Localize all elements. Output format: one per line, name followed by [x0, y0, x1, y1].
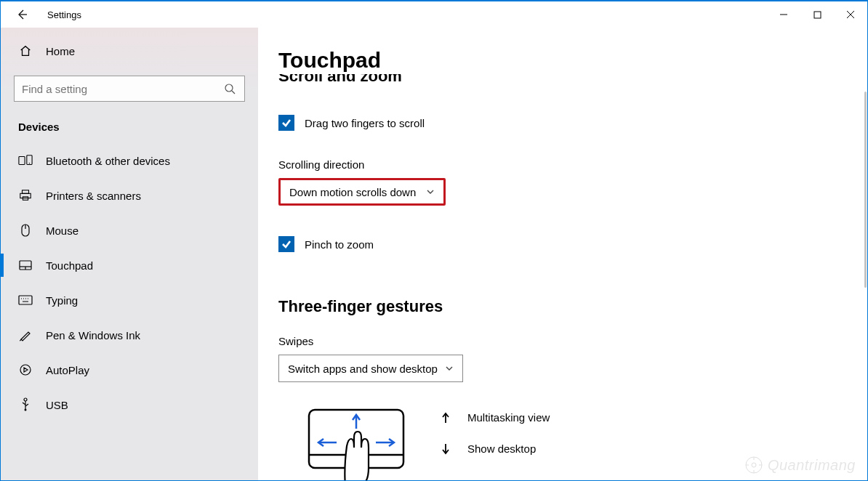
bluetooth-devices-icon: [18, 153, 33, 168]
sidebar-item-mouse[interactable]: Mouse: [1, 213, 258, 248]
scrolling-direction-label: Scrolling direction: [278, 158, 867, 171]
legend-label: Show desktop: [467, 442, 536, 455]
svg-rect-15: [19, 296, 32, 304]
legend-down: Show desktop: [440, 442, 550, 455]
dropdown-value: Switch apps and show desktop: [288, 363, 438, 375]
checkbox-icon: [278, 236, 294, 252]
sidebar-item-pen[interactable]: Pen & Windows Ink: [1, 318, 258, 352]
titlebar: Settings: [1, 1, 867, 28]
gesture-legend: Multitasking view Show desktop: [440, 403, 550, 455]
autoplay-icon: [18, 363, 33, 377]
sidebar-item-label: Bluetooth & other devices: [46, 155, 170, 167]
sidebar-item-usb[interactable]: USB: [1, 387, 258, 422]
legend-label: Multitasking view: [467, 411, 550, 424]
pen-icon: [18, 328, 33, 342]
search-icon: [222, 81, 237, 96]
usb-icon: [18, 397, 33, 412]
svg-point-22: [24, 398, 27, 401]
page-title: Touchpad: [278, 48, 867, 73]
sidebar: Home Devices Bluetooth & other devices: [1, 28, 258, 480]
sidebar-section-header: Devices: [1, 115, 258, 143]
checkbox-drag-two-fingers[interactable]: Drag two fingers to scroll: [278, 115, 867, 131]
swipes-label: Swipes: [278, 335, 867, 347]
checkbox-icon: [278, 115, 294, 131]
chevron-down-icon: [426, 186, 435, 198]
svg-rect-1: [814, 12, 821, 18]
checkbox-pinch-zoom[interactable]: Pinch to zoom: [278, 236, 867, 252]
printer-icon: [18, 188, 33, 203]
sidebar-item-label: Mouse: [46, 225, 79, 237]
search-input[interactable]: [22, 83, 222, 95]
search-box[interactable]: [14, 76, 245, 102]
legend-up: Multitasking view: [440, 411, 550, 424]
arrow-up-icon: [440, 412, 451, 424]
chevron-down-icon: [445, 363, 454, 375]
content-area: Touchpad Scroll and zoom Drag two finger…: [258, 28, 867, 480]
watermark: Quantrimang: [744, 456, 856, 474]
settings-window: Settings Home: [0, 0, 868, 481]
svg-line-3: [232, 91, 235, 94]
svg-point-33: [752, 463, 756, 467]
sidebar-item-printers[interactable]: Printers & scanners: [1, 178, 258, 213]
svg-rect-8: [20, 193, 31, 198]
section-header-three-finger: Three-finger gestures: [278, 297, 867, 316]
gesture-illustration: [302, 403, 411, 480]
sidebar-nav: Bluetooth & other devices Printers & sca…: [1, 143, 258, 422]
keyboard-icon: [18, 293, 33, 307]
mouse-icon: [18, 223, 33, 238]
sidebar-item-label: Printers & scanners: [46, 190, 141, 202]
sidebar-item-autoplay[interactable]: AutoPlay: [1, 352, 258, 387]
svg-point-6: [29, 163, 30, 163]
sidebar-home-label: Home: [46, 45, 75, 57]
window-controls: [767, 3, 867, 26]
home-icon: [18, 44, 33, 58]
sidebar-item-label: AutoPlay: [46, 364, 89, 376]
checkbox-label: Pinch to zoom: [305, 238, 374, 251]
sidebar-item-label: Typing: [46, 294, 78, 307]
sidebar-item-label: Pen & Windows Ink: [46, 329, 140, 341]
svg-rect-7: [23, 190, 29, 194]
maximize-button[interactable]: [800, 3, 834, 26]
sidebar-home[interactable]: Home: [1, 33, 258, 68]
svg-point-21: [20, 365, 31, 375]
svg-point-24: [25, 409, 27, 411]
window-title: Settings: [47, 9, 81, 20]
close-button[interactable]: [834, 3, 867, 26]
svg-point-2: [225, 84, 233, 92]
sidebar-item-touchpad[interactable]: Touchpad: [1, 248, 258, 283]
scrolling-direction-dropdown[interactable]: Down motion scrolls down: [278, 178, 446, 206]
sidebar-item-typing[interactable]: Typing: [1, 283, 258, 318]
minimize-button[interactable]: [767, 3, 800, 26]
dropdown-value: Down motion scrolls down: [289, 186, 416, 198]
sidebar-item-label: USB: [46, 399, 68, 411]
touchpad-icon: [18, 258, 33, 272]
swipes-dropdown[interactable]: Switch apps and show desktop: [278, 355, 463, 382]
sidebar-item-bluetooth[interactable]: Bluetooth & other devices: [1, 143, 258, 178]
checkbox-label: Drag two fingers to scroll: [305, 117, 425, 129]
section-header-scroll-zoom: Scroll and zoom: [278, 74, 867, 87]
arrow-down-icon: [440, 443, 451, 455]
svg-rect-4: [19, 157, 25, 165]
sidebar-item-label: Touchpad: [46, 259, 93, 272]
back-button[interactable]: [15, 8, 28, 21]
